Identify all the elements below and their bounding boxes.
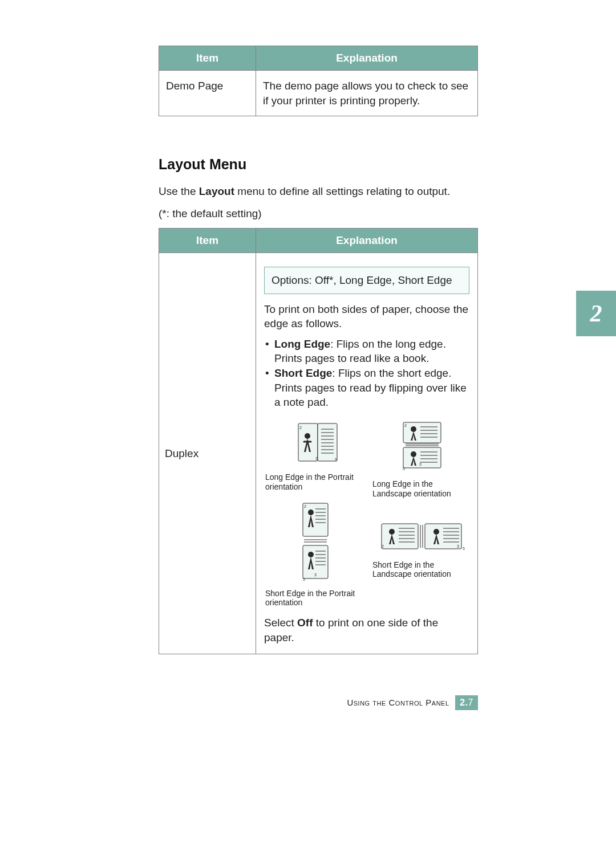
- svg-point-54: [433, 529, 439, 535]
- diagram-long-edge-landscape: 2 3 5 Long Edge in the Landscape orienta…: [371, 419, 474, 499]
- demo-page-item-cell: Demo Page: [159, 71, 256, 116]
- demo-page-table: Item Explanation Demo Page The demo page…: [159, 46, 478, 116]
- page-footer: Using the Control Panel 2.7: [0, 695, 478, 710]
- footer-text: Using the Control Panel: [347, 698, 449, 707]
- svg-text:3: 3: [314, 573, 317, 577]
- default-setting-note: (*: the default setting): [159, 207, 478, 220]
- diagram-caption-lep: Long Edge in the Portrait orientation: [264, 472, 367, 492]
- svg-point-35: [308, 552, 314, 557]
- duplex-short-edge-bullet: Short Edge: Flips on the short edge. Pri…: [264, 366, 469, 410]
- svg-rect-16: [403, 447, 441, 468]
- table-header-item: Item: [159, 46, 256, 71]
- duplex-diagram-icon: 2 3 5: [377, 517, 468, 557]
- duplex-item-cell: Duplex: [159, 252, 256, 654]
- duplex-diagram-icon: 2 3 5: [281, 500, 350, 585]
- duplex-bullets: Long Edge: Flips on the long edge. Print…: [264, 337, 469, 410]
- svg-text:5: 5: [335, 458, 337, 462]
- duplex-diagram-icon: 2 3 5: [281, 419, 350, 469]
- svg-text:5: 5: [403, 467, 405, 471]
- duplex-short-edge-bold: Short Edge: [274, 367, 332, 379]
- svg-point-18: [411, 451, 416, 457]
- svg-rect-32: [303, 503, 328, 536]
- svg-point-17: [411, 426, 416, 432]
- svg-point-34: [308, 510, 314, 515]
- svg-text:3: 3: [315, 457, 318, 461]
- diagram-short-edge-landscape: 2 3 5 Short Edge in the Landscape orient…: [371, 500, 474, 608]
- layout-intro-post: menu to define all settings relating to …: [234, 185, 450, 197]
- duplex-intro-text: To print on both sides of paper, choose …: [264, 302, 469, 331]
- svg-point-53: [389, 529, 395, 535]
- chapter-tab: 2: [576, 291, 616, 336]
- demo-page-explanation: The demo page allows you to check to see…: [263, 80, 468, 107]
- layout-header-item: Item: [159, 228, 256, 252]
- diagram-caption-lel: Long Edge in the Landscape orientation: [371, 479, 474, 499]
- layout-header-explanation: Explanation: [256, 228, 478, 252]
- layout-intro: Use the Layout menu to define all settin…: [159, 184, 478, 199]
- select-off-bold: Off: [297, 617, 313, 629]
- select-off-pre: Select: [264, 617, 297, 629]
- duplex-explanation-cell: Options: Off*, Long Edge, Short Edge To …: [256, 252, 478, 654]
- layout-intro-pre: Use the: [159, 185, 199, 197]
- svg-text:5: 5: [463, 547, 465, 551]
- svg-text:2: 2: [404, 423, 407, 427]
- duplex-long-edge-bullet: Long Edge: Flips on the long edge. Print…: [264, 337, 469, 366]
- svg-point-10: [305, 433, 310, 439]
- svg-rect-15: [403, 422, 441, 443]
- diagram-caption-sel: Short Edge in the Landscape orientation: [371, 560, 474, 580]
- diagram-short-edge-portrait: 2 3 5 Short Edge in the Portrait orienta…: [264, 500, 367, 608]
- page-number-box: 2.7: [455, 695, 478, 710]
- layout-intro-bold: Layout: [199, 185, 234, 197]
- duplex-long-edge-bold: Long Edge: [274, 338, 330, 350]
- footer-page: 7: [468, 698, 473, 707]
- svg-text:2: 2: [382, 544, 384, 548]
- table-header-explanation: Explanation: [256, 46, 478, 71]
- svg-rect-52: [425, 524, 461, 549]
- layout-menu-table: Item Explanation Duplex Options: Off*, L…: [159, 228, 478, 655]
- footer-chapter: 2.: [460, 698, 468, 707]
- diagram-caption-sep: Short Edge in the Portrait orientation: [264, 589, 367, 608]
- svg-text:3: 3: [419, 462, 422, 466]
- duplex-diagram-icon: 2 3 5: [388, 419, 457, 476]
- svg-text:2: 2: [299, 426, 302, 430]
- duplex-select-off-text: Select Off to print on one side of the p…: [264, 616, 469, 645]
- diagram-long-edge-portrait: 2 3 5 Long Edge in the Portrait orientat…: [264, 419, 367, 499]
- svg-text:3: 3: [457, 544, 459, 548]
- layout-menu-heading: Layout Menu: [159, 156, 478, 173]
- svg-text:5: 5: [303, 577, 305, 581]
- duplex-options-box: Options: Off*, Long Edge, Short Edge: [264, 267, 469, 294]
- svg-rect-51: [382, 524, 418, 549]
- svg-text:2: 2: [304, 504, 306, 508]
- demo-page-item: Demo Page: [166, 80, 223, 92]
- demo-page-explanation-cell: The demo page allows you to check to see…: [256, 71, 478, 116]
- duplex-label: Duplex: [159, 447, 256, 460]
